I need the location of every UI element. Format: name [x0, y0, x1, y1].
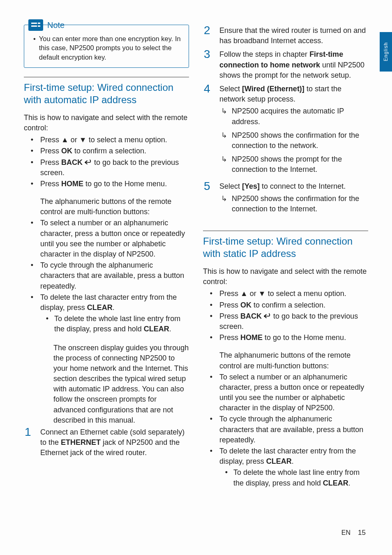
up-arrow-icon: ▲	[240, 289, 248, 298]
step-item: 1 Connect an Ethernet cable (sold separa…	[24, 426, 189, 458]
step-number: 2	[203, 25, 219, 46]
bullet-icon: •	[24, 218, 40, 259]
note-text: You can enter more than one encryption k…	[39, 34, 183, 62]
list-text: To delete the last character entry from …	[219, 446, 368, 489]
nav-instructions-list: • Press ▲ or ▼ to select a menu option. …	[24, 135, 189, 189]
list-item: • Press HOME to go to the Home menu.	[24, 179, 189, 189]
right-column: 2 Ensure that the wired router is turned…	[203, 25, 368, 510]
list-item: • Press ▲ or ▼ to select a menu option.	[203, 289, 368, 299]
bullet-icon: •	[203, 333, 219, 343]
bullet-icon: •	[203, 300, 219, 310]
list-text: To cycle through the alphanumeric charac…	[40, 260, 189, 291]
section-heading-static-ip: First-time setup: Wired connection with …	[203, 235, 368, 260]
sub-list-item: • To delete the whole last line entry fr…	[219, 467, 368, 488]
back-icon	[85, 158, 92, 166]
step-number: 5	[203, 180, 219, 217]
list-item: • Press ▲ or ▼ to select a menu option.	[24, 135, 189, 145]
list-text: Press HOME to go to the Home menu.	[40, 179, 189, 189]
list-text: To delete the last character entry from …	[40, 292, 189, 335]
step-number: 3	[203, 49, 219, 81]
bullet-icon: •	[24, 135, 40, 145]
list-item: • To select a number or an alphanumeric …	[203, 372, 368, 414]
left-column: Note • You can enter more than one encry…	[24, 25, 189, 510]
page-footer: EN 15	[341, 529, 366, 537]
step-number: 1	[24, 426, 40, 458]
step-item: 2 Ensure that the wired router is turned…	[203, 25, 368, 46]
bullet-icon: •	[219, 467, 233, 488]
list-text: Press BACK to go back to the previous sc…	[40, 157, 189, 178]
down-arrow-icon: ▼	[258, 289, 266, 298]
bullet-icon: •	[203, 446, 219, 489]
svg-rect-1	[31, 25, 37, 27]
result-arrow-icon: ↳	[221, 154, 232, 175]
alpha-intro-2: The alphanumeric buttons of the remote c…	[219, 350, 368, 371]
alpha-intro: The alphanumeric buttons of the remote c…	[40, 197, 189, 217]
alpha-list: • To select a number or an alphanumeric …	[24, 218, 189, 335]
bullet-icon: •	[203, 414, 219, 445]
note-title: Note	[47, 20, 65, 31]
list-text: To select a number or an alphanumeric ch…	[40, 218, 189, 259]
list-item: • To delete the last character entry fro…	[203, 446, 368, 489]
bullet-icon: •	[33, 34, 36, 62]
note-icon	[28, 19, 43, 31]
list-item: • To select a number or an alphanumeric …	[24, 218, 189, 259]
step-text: Select [Yes] to connect to the Internet.…	[219, 180, 368, 217]
up-arrow-icon: ▲	[61, 136, 69, 144]
sub-list-text: To delete the whole last line entry from…	[54, 314, 189, 334]
bullet-icon: •	[203, 311, 219, 332]
bullet-icon: •	[24, 146, 40, 156]
result-arrow-icon: ↳	[221, 130, 232, 151]
list-item: • Press HOME to go to the Home menu.	[203, 333, 368, 343]
bullet-icon: •	[203, 372, 219, 414]
list-text: Press OK to confirm a selection.	[40, 146, 189, 156]
intro-text: This is how to navigate and select with …	[203, 266, 368, 287]
language-side-tab: English	[380, 32, 392, 72]
list-item: • Press OK to confirm a selection.	[203, 300, 368, 310]
sub-list-item: • To delete the whole last line entry fr…	[40, 314, 189, 334]
section-heading-auto-ip: First-time setup: Wired connection with …	[24, 81, 189, 106]
bullet-icon: •	[40, 314, 54, 334]
list-item: • To cycle through the alphanumeric char…	[24, 260, 189, 291]
step-item: 5 Select [Yes] to connect to the Interne…	[203, 180, 368, 217]
result-item: ↳NP2500 shows the confirmation for the c…	[221, 130, 368, 151]
svg-rect-2	[38, 23, 40, 24]
page-body: Note • You can enter more than one encry…	[0, 0, 392, 526]
step-item: 4 Select [Wired (Ethernet)] to start the…	[203, 83, 368, 178]
result-item: ↳NP2500 shows the confirmation for the c…	[221, 194, 368, 214]
result-arrow-icon: ↳	[221, 194, 232, 214]
alpha-list-2: • To select a number or an alphanumeric …	[203, 372, 368, 489]
list-item: • To delete the last character entry fro…	[24, 292, 189, 335]
bullet-icon: •	[24, 260, 40, 291]
list-text: Press OK to confirm a selection.	[219, 300, 368, 310]
step-text: Follow the steps in chapter First-time c…	[219, 49, 368, 81]
list-item: • Press OK to confirm a selection.	[24, 146, 189, 156]
list-text: Press HOME to go to the Home menu.	[219, 333, 368, 343]
list-item: • Press BACK to go back to the previous …	[24, 157, 189, 178]
result-arrow-icon: ↳	[221, 106, 232, 127]
step-number: 4	[203, 83, 219, 178]
bullet-icon: •	[24, 292, 40, 335]
result-item: ↳NP2500 acquires the automatic IP addres…	[221, 106, 368, 127]
svg-rect-0	[31, 23, 37, 24]
sub-list-text: To delete the whole last line entry from…	[233, 467, 368, 488]
section-divider	[24, 77, 189, 77]
note-box: Note • You can enter more than one encry…	[24, 25, 189, 68]
intro-text: This is how to navigate and select with …	[24, 113, 189, 133]
result-item: ↳NP2500 shows the prompt for the connect…	[221, 154, 368, 175]
list-text: Press ▲ or ▼ to select a menu option.	[219, 289, 368, 299]
bullet-icon: •	[24, 157, 40, 178]
section-divider	[203, 231, 368, 231]
step-item: 3 Follow the steps in chapter First-time…	[203, 49, 368, 81]
list-text: Press BACK to go back to the previous sc…	[219, 311, 368, 332]
list-text: To select a number or an alphanumeric ch…	[219, 372, 368, 414]
guide-paragraph: The onscreen display guides you through …	[53, 343, 189, 426]
back-icon	[264, 312, 271, 320]
step-text: Select [Wired (Ethernet)] to start the n…	[219, 83, 368, 178]
footer-page-number: 15	[358, 529, 366, 537]
list-item: • To cycle through the alphanumeric char…	[203, 414, 368, 445]
step-text: Connect an Ethernet cable (sold separate…	[40, 426, 189, 458]
down-arrow-icon: ▼	[79, 136, 87, 144]
svg-rect-3	[38, 25, 40, 27]
step-text: Ensure that the wired router is turned o…	[219, 25, 368, 46]
list-text: To cycle through the alphanumeric charac…	[219, 414, 368, 445]
